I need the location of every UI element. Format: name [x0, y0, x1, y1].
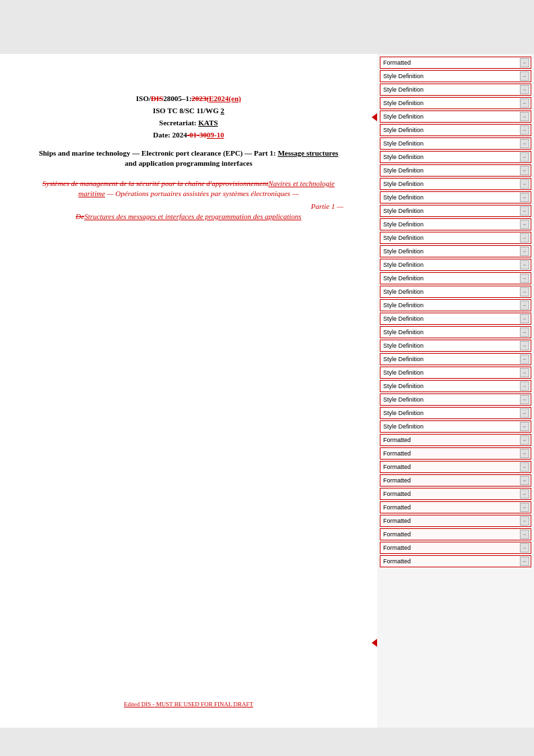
sidebar-item-close-16[interactable]: −: [520, 287, 529, 296]
sidebar-item-close-22[interactable]: −: [520, 368, 529, 377]
sidebar-arrow-top: [372, 113, 377, 121]
sidebar-item-28[interactable]: Formatted−: [380, 447, 531, 460]
sidebar-item-32[interactable]: Formatted−: [380, 501, 531, 513]
sidebar-item-close-35[interactable]: −: [520, 543, 529, 553]
sidebar-item-close-31[interactable]: −: [520, 489, 529, 499]
sidebar-item-label-8: Style Definition: [380, 181, 520, 187]
sidebar-item-close-21[interactable]: −: [520, 354, 529, 364]
sidebar-item-label-21: Style Definition: [380, 356, 520, 363]
sidebar-item-34[interactable]: Formatted−: [380, 528, 531, 540]
sidebar-item-16[interactable]: Style Definition−: [380, 286, 531, 298]
doc-date: Date: 2024-01-3009-10: [34, 131, 343, 139]
sidebar-item-label-26: Style Definition: [380, 423, 520, 430]
sidebar-item-18[interactable]: Style Definition−: [380, 313, 531, 325]
sidebar-item-close-15[interactable]: −: [520, 274, 529, 283]
sidebar-item-close-26[interactable]: −: [520, 422, 529, 431]
sidebar-item-30[interactable]: Formatted−: [380, 474, 531, 486]
sidebar-item-close-24[interactable]: −: [520, 395, 529, 404]
sidebar-item-close-1[interactable]: −: [520, 85, 529, 94]
sidebar-item-close-6[interactable]: −: [520, 152, 529, 162]
sidebar-item-21[interactable]: Style Definition−: [380, 353, 531, 365]
sidebar-item-close-11[interactable]: −: [520, 220, 529, 229]
sidebar-item-close-3[interactable]: −: [520, 112, 529, 121]
sidebar-item-close-28[interactable]: −: [520, 449, 529, 458]
sidebar-item-2[interactable]: Style Definition−: [380, 97, 531, 109]
sidebar-item-22[interactable]: Style Definition−: [380, 367, 531, 379]
sidebar-arrow-bottom: [372, 639, 377, 647]
sidebar-item-6[interactable]: Style Definition−: [380, 151, 531, 163]
sidebar-item-close-32[interactable]: −: [520, 503, 529, 512]
sidebar-item-close-19[interactable]: −: [520, 327, 529, 337]
sidebar-item-label-18: Style Definition: [380, 315, 520, 322]
sidebar-item-31[interactable]: Formatted−: [380, 488, 531, 500]
sidebar-item-7[interactable]: Style Definition−: [380, 164, 531, 177]
sidebar-item-close-10[interactable]: −: [520, 206, 529, 216]
date-new: 09-10: [207, 131, 224, 139]
sidebar-item-close-2[interactable]: −: [520, 98, 529, 108]
sidebar-item-19[interactable]: Style Definition−: [380, 326, 531, 338]
sidebar-item-close-20[interactable]: −: [520, 341, 529, 350]
sidebar-item-10[interactable]: Style Definition−: [380, 205, 531, 217]
sidebar-item-17[interactable]: Style Definition−: [380, 299, 531, 311]
sidebar-item-label-19: Style Definition: [380, 329, 520, 336]
secretariat-label: Secretariat:: [159, 119, 198, 127]
partie-text: Partie 1 —: [311, 202, 343, 210]
sidebar-item-4[interactable]: Style Definition−: [380, 124, 531, 136]
sidebar-item-label-20: Style Definition: [380, 342, 520, 349]
sidebar-item-8[interactable]: Style Definition−: [380, 178, 531, 190]
sidebar-item-label-6: Style Definition: [380, 154, 520, 160]
sidebar-item-14[interactable]: Style Definition−: [380, 259, 531, 271]
sidebar-item-close-34[interactable]: −: [520, 530, 529, 539]
sidebar-item-27[interactable]: Formatted−: [380, 434, 531, 446]
sidebar-item-13[interactable]: Style Definition−: [380, 245, 531, 257]
sidebar-item-20[interactable]: Style Definition−: [380, 340, 531, 352]
sidebar-item-12[interactable]: Style Definition−: [380, 232, 531, 244]
sidebar-item-close-7[interactable]: −: [520, 166, 529, 175]
sidebar-item-close-30[interactable]: −: [520, 476, 529, 485]
sidebar-item-label-7: Style Definition: [380, 167, 520, 174]
sidebar-item-close-17[interactable]: −: [520, 301, 529, 310]
sidebar-item-close-36[interactable]: −: [520, 557, 529, 566]
sidebar-item-close-18[interactable]: −: [520, 314, 529, 323]
sidebar-item-close-4[interactable]: −: [520, 125, 529, 135]
sidebar-item-close-23[interactable]: −: [520, 381, 529, 391]
sidebar-item-5[interactable]: Style Definition−: [380, 137, 531, 150]
sidebar-first-close[interactable]: −: [520, 58, 529, 67]
sidebar-item-36[interactable]: Formatted−: [380, 555, 531, 567]
title-en-underline: Message structures: [277, 149, 338, 157]
doc-secretariat: Secretariat: KATS: [34, 119, 343, 127]
page-footer-area: Edited DIS - MUST BE USED FOR FINAL DRAF…: [0, 674, 377, 707]
sidebar-item-close-13[interactable]: −: [520, 247, 529, 256]
sidebar-item-11[interactable]: Style Definition−: [380, 218, 531, 230]
sidebar-item-close-14[interactable]: −: [520, 260, 529, 270]
doc-reference: ISO/DIS28005–1:2023(E2024(en): [34, 94, 343, 102]
sidebar-item-23[interactable]: Style Definition−: [380, 380, 531, 392]
sidebar-item-35[interactable]: Formatted−: [380, 542, 531, 554]
sidebar-item-24[interactable]: Style Definition−: [380, 393, 531, 406]
sidebar-item-label-14: Style Definition: [380, 261, 520, 268]
sidebar-item-1[interactable]: Style Definition−: [380, 84, 531, 96]
sidebar-item-33[interactable]: Formatted−: [380, 515, 531, 527]
sidebar-item-label-5: Style Definition: [380, 140, 520, 147]
sidebar-item-26[interactable]: Style Definition−: [380, 420, 531, 433]
sidebar-item-close-27[interactable]: −: [520, 435, 529, 445]
sidebar-item-close-25[interactable]: −: [520, 408, 529, 418]
sidebar-item-9[interactable]: Style Definition−: [380, 191, 531, 203]
sidebar-item-close-12[interactable]: −: [520, 233, 529, 243]
sidebar-item-close-29[interactable]: −: [520, 462, 529, 472]
sidebar-item-label-25: Style Definition: [380, 410, 520, 416]
sidebar-item-close-5[interactable]: −: [520, 139, 529, 148]
sidebar-item-close-0[interactable]: −: [520, 71, 529, 81]
sidebar-item-29[interactable]: Formatted−: [380, 461, 531, 473]
sidebar-item-25[interactable]: Style Definition−: [380, 407, 531, 419]
sidebar-item-label-12: Style Definition: [380, 234, 520, 241]
ref-year-old: 2023(: [192, 94, 209, 102]
sidebar-item-0[interactable]: Style Definition−: [380, 70, 531, 82]
sidebar-item-15[interactable]: Style Definition−: [380, 272, 531, 284]
doc-partie-label: Partie 1 —: [34, 202, 343, 210]
sidebar-item-close-9[interactable]: −: [520, 193, 529, 202]
sidebar-first-item[interactable]: Formatted −: [380, 57, 531, 69]
sidebar-item-close-8[interactable]: −: [520, 179, 529, 189]
sidebar-item-3[interactable]: Style Definition−: [380, 111, 531, 123]
sidebar-item-close-33[interactable]: −: [520, 516, 529, 526]
